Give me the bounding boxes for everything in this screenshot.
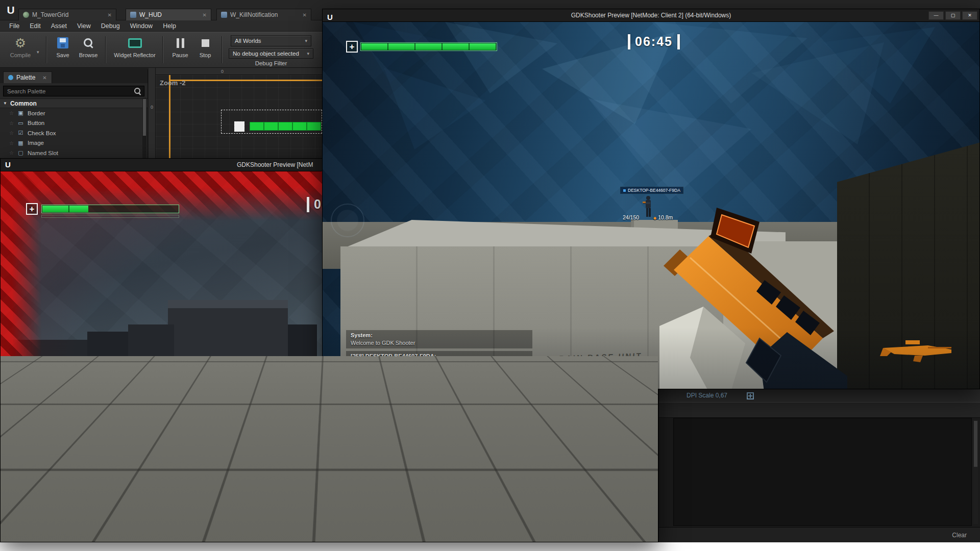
close-icon[interactable]: ✕ — [104, 12, 112, 18]
close-icon[interactable]: ✕ — [199, 12, 207, 18]
gdkshooter-preview-window-2[interactable]: U GDKShooter Preview [NetMode: Client 2]… — [322, 9, 980, 389]
toolbar-separator — [162, 36, 163, 63]
armor-bar — [41, 215, 179, 218]
save-icon — [57, 37, 68, 48]
menu-help[interactable]: Help — [158, 21, 181, 31]
timer-bracket — [307, 197, 309, 212]
log-scrollbar[interactable] — [973, 420, 978, 524]
asset-tab-label: W_KillNotification — [230, 11, 278, 18]
stop-button[interactable]: Stop — [195, 36, 215, 58]
bottom-margin — [0, 542, 980, 551]
cube-front — [168, 308, 288, 361]
canvas-guide-horizontal — [169, 80, 322, 81]
asset-tab-label: M_TowerGrid — [32, 11, 68, 18]
expand-arrow-icon[interactable]: ▼ — [3, 101, 7, 106]
minimize-button[interactable]: — — [928, 11, 944, 20]
pause-button[interactable]: Pause — [168, 36, 192, 58]
rocket-ammo-counter: 1/3 — [312, 360, 320, 366]
menu-file[interactable]: File — [4, 21, 24, 31]
compile-button[interactable]: ⚙ Compile — [5, 36, 36, 58]
close-icon[interactable]: ✕ — [299, 12, 307, 18]
chevron-down-icon: ▾ — [307, 51, 309, 56]
distance-marker-icon: ◆ — [653, 216, 656, 220]
maximize-button[interactable]: ▢ — [945, 11, 961, 20]
crosshair-dot — [298, 375, 301, 378]
chat-message: [258] You: hello — [27, 500, 207, 518]
menu-asset[interactable]: Asset — [46, 21, 72, 31]
faction-emblem-icon — [331, 204, 364, 237]
widget-reflector-button[interactable]: Widget Reflector — [110, 36, 159, 58]
health-cross-icon: + — [26, 203, 38, 215]
health-cross-icon: + — [346, 41, 358, 53]
toolbar-separator — [46, 36, 46, 63]
ruler-horizontal: 0 — [156, 68, 322, 75]
material-asset-icon — [23, 12, 29, 18]
debug-filter-label: Debug Filter — [231, 60, 311, 66]
palette-section-common[interactable]: ▼ Common — [0, 98, 148, 108]
pause-icon — [177, 38, 184, 48]
menu-debug[interactable]: Debug — [96, 21, 125, 31]
designer-canvas[interactable]: 0 0 Zoom -2 — [149, 68, 322, 171]
browse-icon — [82, 37, 94, 49]
menu-view[interactable]: View — [72, 21, 96, 31]
palette-tab[interactable]: Palette ✕ — [3, 71, 52, 83]
asset-tab-w-killnotification[interactable]: W_KillNotification ✕ — [216, 9, 311, 20]
toolbar-separator — [105, 36, 106, 63]
menu-edit[interactable]: Edit — [24, 21, 46, 31]
widget-blueprint-icon — [221, 12, 227, 18]
asset-tab-m-towergrid[interactable]: M_TowerGrid ✕ — [18, 9, 116, 20]
palette-panel: Palette ✕ ▼ Common ☆ ▣ Border ☆ ▭ Button — [0, 69, 148, 171]
enemy-character — [642, 195, 654, 218]
window-title: GDKShooter Preview [NetM — [237, 159, 313, 171]
palette-item-button[interactable]: ☆ ▭ Button — [0, 118, 148, 129]
stop-icon — [202, 39, 209, 47]
panel-header-band — [659, 403, 980, 418]
close-icon[interactable]: ✕ — [38, 75, 46, 81]
widget-reflector-icon — [128, 38, 142, 48]
save-button[interactable]: Save — [52, 36, 74, 58]
healthbar-widget[interactable] — [250, 122, 321, 131]
weapon-slot-rifle-icon — [578, 422, 640, 441]
menu-bar: File Edit Asset View Debug Window Help — [0, 20, 322, 32]
toolbar-separator — [222, 36, 222, 63]
compile-options-caret-icon[interactable]: ▾ — [37, 49, 39, 55]
favorite-star-icon[interactable]: ☆ — [9, 140, 14, 146]
health-cross-widget[interactable] — [234, 121, 244, 132]
chevron-down-icon: ▾ — [305, 38, 307, 43]
button-widget-icon: ▭ — [17, 120, 24, 127]
favorite-star-icon[interactable]: ☆ — [9, 120, 14, 126]
palette-item-namedslot[interactable]: ☆ ▢ Named Slot — [0, 148, 148, 158]
favorite-star-icon[interactable]: ☆ — [9, 150, 14, 156]
dpi-settings-icon[interactable] — [747, 392, 754, 399]
browse-button[interactable]: Browse — [76, 36, 101, 58]
menu-window[interactable]: Window — [125, 21, 158, 31]
search-icon — [134, 87, 141, 95]
palette-search-input[interactable] — [3, 86, 144, 96]
game-viewport[interactable]: TERRAIN BASE UNIT DESKTOP-BE44607-F9DA 2… — [323, 22, 979, 389]
bottom-shading — [323, 328, 979, 389]
chat-log: System: Welcome to GDK Shooter [258] You… — [27, 479, 207, 518]
debug-object-dropdown[interactable]: No debug object selected ▾ — [229, 48, 313, 59]
toolbar: ⚙ Compile ▾ Save Browse Widget Reflector — [0, 32, 322, 68]
palette-item-image[interactable]: ☆ ▦ Image — [0, 138, 148, 148]
favorite-star-icon[interactable]: ☆ — [9, 130, 14, 136]
checkbox-widget-icon: ☑ — [17, 130, 24, 136]
namedslot-widget-icon: ▢ — [17, 149, 24, 156]
border-widget-icon: ▣ — [17, 110, 24, 116]
timer-bracket — [677, 34, 680, 49]
clear-button[interactable]: Clear — [952, 532, 967, 539]
asset-tab-w-hud[interactable]: W_HUD ✕ — [126, 9, 211, 20]
close-button[interactable]: ✕ — [962, 11, 977, 20]
palette-item-checkbox[interactable]: ☆ ☑ Check Box — [0, 128, 148, 138]
health-bar — [41, 205, 179, 213]
palette-item-border[interactable]: ☆ ▣ Border — [0, 108, 148, 118]
log-content-area[interactable] — [673, 418, 972, 526]
window-title: GDKShooter Preview [NetMode: Client 2] (… — [571, 12, 731, 19]
window-title-bar[interactable]: U GDKShooter Preview [NetMode: Client 2]… — [323, 9, 979, 22]
chat-message: System: Welcome to GDK Shooter — [27, 479, 207, 497]
weapon-slot-rifle2-icon — [578, 450, 640, 469]
desktop: U M_TowerGrid ✕ W_HUD ✕ W_KillNotificati… — [0, 0, 980, 551]
worlds-dropdown[interactable]: All Worlds ▾ — [231, 35, 311, 46]
favorite-star-icon[interactable]: ☆ — [9, 110, 14, 116]
asset-tab-label: W_HUD — [139, 11, 162, 18]
